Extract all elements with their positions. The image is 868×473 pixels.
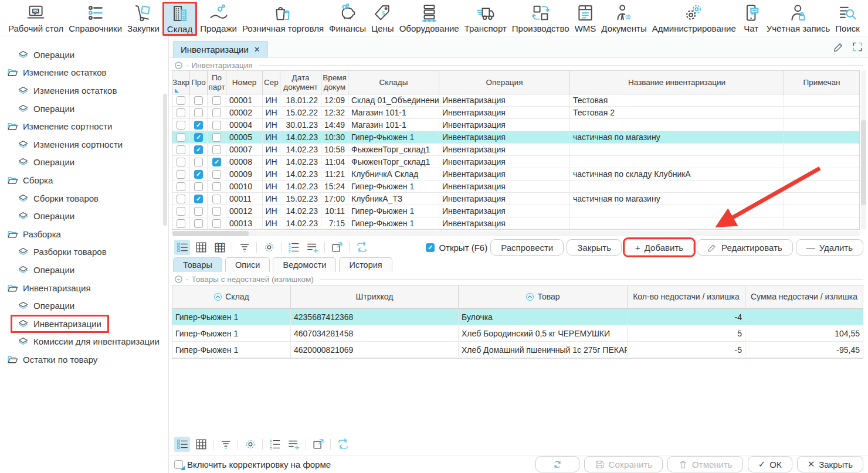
by-batch-checkbox[interactable] <box>212 207 221 216</box>
by-batch-checkbox[interactable] <box>212 121 221 130</box>
grid-calendar-icon[interactable] <box>212 240 228 255</box>
scrollbar-thumb[interactable] <box>861 120 866 205</box>
scrollbar-thumb[interactable] <box>172 231 249 236</box>
by-batch-checkbox[interactable] <box>212 219 221 228</box>
filter-icon[interactable] <box>236 240 252 255</box>
settings-gear-icon[interactable] <box>242 437 258 452</box>
table-row[interactable]: 00013 ИН 14.02.23 7:15 Гипер-Фьюжен 1 Ин… <box>172 217 859 230</box>
open-external-icon[interactable] <box>329 240 345 255</box>
save-button[interactable]: Сохранить <box>584 456 663 472</box>
ok-button[interactable]: ✓ОК <box>748 456 792 472</box>
posted-checkbox[interactable] <box>194 182 203 191</box>
add-button[interactable]: +Добавить <box>625 239 694 256</box>
posted-checkbox[interactable] <box>194 121 203 130</box>
fullscreen-icon[interactable] <box>852 41 863 53</box>
reload-icon[interactable] <box>335 437 351 452</box>
sidebar-item[interactable]: Изменения остатков <box>0 81 168 100</box>
delete-button[interactable]: —Удалить <box>796 239 863 256</box>
sidebar-item[interactable]: Комиссии для инвентаризации <box>0 333 168 351</box>
sidebar-scrollbar[interactable] <box>163 36 167 473</box>
column-header-posted[interactable]: Про <box>190 71 208 94</box>
nav-warehouse[interactable]: Склад <box>162 2 197 36</box>
table-row[interactable]: 00008 ИН 14.02.23 11:04 ФьюженТорг_склад… <box>172 156 859 168</box>
sidebar-item[interactable]: Инвентаризации <box>0 315 168 333</box>
by-batch-checkbox[interactable] <box>212 170 221 179</box>
grid-icon[interactable] <box>193 437 209 452</box>
nav-wms[interactable]: WMS <box>572 2 599 35</box>
closed-checkbox[interactable] <box>177 96 185 105</box>
refresh-button[interactable] <box>535 456 579 472</box>
sidebar-item[interactable]: Разборки товаров <box>0 243 168 261</box>
by-batch-checkbox[interactable] <box>212 108 221 117</box>
closed-checkbox[interactable] <box>177 108 185 117</box>
grid-icon[interactable] <box>193 240 209 255</box>
by-batch-checkbox[interactable] <box>212 96 221 105</box>
nav-finance[interactable]: Финансы <box>327 2 368 35</box>
tab-goods[interactable]: Товары <box>173 257 222 272</box>
sidebar-item[interactable]: Изменение сортности <box>0 117 168 135</box>
posted-checkbox[interactable] <box>194 219 203 228</box>
table-row[interactable]: Гипер-Фьюжен 1 4607034281458 Хлеб Бороди… <box>172 325 863 342</box>
nav-directories[interactable]: Справочники <box>66 2 124 35</box>
closed-checkbox[interactable] <box>177 133 185 142</box>
open-external-icon[interactable] <box>310 437 326 452</box>
add-to-list-icon[interactable] <box>286 437 301 452</box>
edit-pencil-icon[interactable] <box>833 41 845 53</box>
column-header-warehouse[interactable]: Склад <box>172 285 291 308</box>
posted-checkbox[interactable] <box>194 158 203 166</box>
sidebar-item[interactable]: Операции <box>0 297 168 315</box>
close-tab-icon[interactable]: ✕ <box>254 45 260 54</box>
posted-checkbox[interactable] <box>194 108 203 117</box>
posted-checkbox[interactable] <box>194 133 203 142</box>
column-header-shortage-qty[interactable]: Кол-во недостачи / излишка <box>628 285 745 308</box>
enable-adjustment-checkbox[interactable]: Включить корректировку на форме <box>174 460 331 469</box>
column-header-inventory-name[interactable]: Название инвентаризации <box>570 71 784 94</box>
posted-checkbox[interactable] <box>194 170 203 179</box>
column-header-doc-date[interactable]: Дата документ <box>280 71 321 94</box>
column-header-by-batch[interactable]: По парт <box>208 71 226 94</box>
scrollbar-thumb[interactable] <box>163 94 167 226</box>
by-batch-checkbox[interactable] <box>212 133 221 142</box>
closed-checkbox[interactable] <box>177 182 185 191</box>
close-button[interactable]: ✕Закрыть <box>797 456 863 472</box>
column-header-closed[interactable]: Закр <box>172 71 190 94</box>
nav-retail[interactable]: Розничная торговля <box>240 2 326 35</box>
table-row[interactable]: 00004 ИН 30.01.23 14:49 Магазин 101-1 Ин… <box>172 119 859 131</box>
tab-history[interactable]: История <box>339 257 392 272</box>
table-row[interactable]: 00007 ИН 14.02.23 10:58 ФьюженТорг_склад… <box>172 144 859 156</box>
table-row[interactable]: 00005 ИН 14.02.23 10:30 Гипер-Фьюжен 1 И… <box>172 131 859 144</box>
unpost-button[interactable]: Распровести <box>490 239 564 256</box>
closed-checkbox[interactable] <box>177 121 185 130</box>
sidebar-item[interactable]: Изменение остатков <box>0 64 168 82</box>
nav-search[interactable]: Поиск <box>833 2 862 35</box>
sidebar-item[interactable]: Сборка <box>0 171 168 189</box>
numbered-list-icon[interactable] <box>286 240 301 255</box>
column-header-series[interactable]: Сер <box>263 71 280 94</box>
nav-prices[interactable]: Цены <box>369 2 396 35</box>
sidebar-item[interactable]: Операции <box>0 46 168 64</box>
table-row[interactable]: 00009 ИН 14.02.23 11:21 КлубничкА Склад … <box>172 168 859 181</box>
numbered-list-icon[interactable] <box>267 437 283 452</box>
cancel-button[interactable]: Отменить <box>667 456 743 472</box>
posted-checkbox[interactable] <box>194 96 203 105</box>
table-row[interactable]: Гипер-Фьюжен 1 4620000821069 Хлеб Домашн… <box>172 342 863 358</box>
nav-sales[interactable]: Продажи <box>198 2 239 35</box>
by-batch-checkbox[interactable] <box>212 145 221 154</box>
table-row[interactable]: 00002 ИН 15.02.22 12:32 Магазин 101-1 Ин… <box>172 107 859 119</box>
posted-checkbox[interactable] <box>194 145 203 154</box>
open-f6-checkbox[interactable]: Открыт (F6) <box>426 243 487 253</box>
table-row[interactable]: 00010 ИН 14.02.23 15:24 Гипер-Фьюжен 1 И… <box>172 181 859 193</box>
by-batch-checkbox[interactable] <box>212 182 221 191</box>
table-row[interactable]: Гипер-Фьюжен 1 4235687412368 Булочка -4 <box>172 309 863 325</box>
checkbox[interactable] <box>174 460 183 469</box>
tab-inventories[interactable]: Инвентаризации ✕ <box>173 41 268 57</box>
sidebar-item[interactable]: Инвентаризация <box>0 279 168 297</box>
sidebar-item[interactable]: Операции <box>0 100 168 118</box>
posted-checkbox[interactable] <box>194 207 203 216</box>
nav-chat[interactable]: Чат <box>739 2 764 35</box>
sidebar-item[interactable]: Разборка <box>0 225 168 243</box>
nav-desktop[interactable]: Рабочий стол <box>6 2 66 35</box>
sidebar-item[interactable]: Операции <box>0 207 168 225</box>
sidebar-item[interactable]: Операции <box>0 154 168 172</box>
closed-checkbox[interactable] <box>177 195 185 203</box>
